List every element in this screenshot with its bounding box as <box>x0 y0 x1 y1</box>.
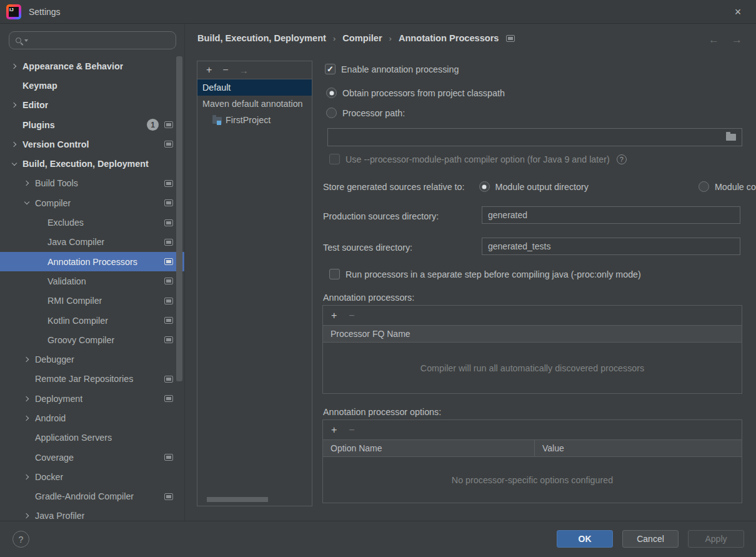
chevron-right-icon[interactable] <box>10 62 19 71</box>
breadcrumb-separator: › <box>382 34 399 43</box>
add-option-icon[interactable]: + <box>331 424 337 436</box>
ok-button[interactable]: OK <box>557 530 613 548</box>
sidebar-item-label: Excludes <box>47 218 84 228</box>
row-indicators <box>164 258 173 265</box>
sidebar-item-excludes[interactable]: Excludes <box>0 213 184 232</box>
sidebar-item-java-profiler[interactable]: Java Profiler <box>0 506 184 521</box>
back-arrow-icon[interactable]: ← <box>709 34 719 46</box>
sidebar-item-annotation-processors[interactable]: Annotation Processors <box>0 252 184 271</box>
sidebar-item-label: Editor <box>22 100 48 110</box>
module-folder-icon <box>212 117 222 124</box>
sidebar-item-label: Keymap <box>22 81 57 91</box>
sidebar-item-build-tools[interactable]: Build Tools <box>0 174 184 193</box>
profile-item-label: Maven default annotation <box>202 99 303 109</box>
sidebar-item-debugger[interactable]: Debugger <box>0 349 184 369</box>
apply-button[interactable]: Apply <box>688 530 744 548</box>
sidebar-scrollbar[interactable] <box>176 56 182 381</box>
row-indicators: 1 <box>147 119 173 131</box>
production-sources-label: Production sources directory: <box>323 211 439 221</box>
sidebar-item-label: Docker <box>35 472 63 482</box>
sidebar-item-coverage[interactable]: Coverage <box>0 448 184 467</box>
sidebar-item-remote-jar-repositories[interactable]: Remote Jar Repositories <box>0 369 184 389</box>
sidebar-item-version-control[interactable]: Version Control <box>0 134 184 154</box>
chevron-down-icon[interactable] <box>10 159 19 168</box>
breadcrumb-item[interactable]: Build, Execution, Deployment <box>197 33 326 43</box>
remove-option-icon[interactable]: − <box>349 424 354 436</box>
value-column-header[interactable]: Value <box>535 440 564 456</box>
sidebar-item-appearance-behavior[interactable]: Appearance & Behavior <box>0 56 184 76</box>
chevron-right-icon[interactable] <box>22 511 31 520</box>
profile-item-firstproject[interactable]: FirstProject <box>197 112 312 128</box>
sidebar-item-rmi-compiler[interactable]: RMI Compiler <box>0 291 184 311</box>
option-name-column-header[interactable]: Option Name <box>323 440 535 456</box>
sidebar-item-label: Plugins <box>22 120 55 130</box>
close-icon[interactable]: × <box>730 4 746 20</box>
sidebar-item-plugins[interactable]: Plugins1 <box>0 115 184 134</box>
add-profile-icon[interactable]: + <box>206 64 212 76</box>
chevron-right-icon[interactable] <box>22 179 31 188</box>
add-processor-icon[interactable]: + <box>331 310 337 321</box>
remove-processor-icon[interactable]: − <box>349 310 354 321</box>
row-indicators <box>164 395 173 402</box>
chevron-right-icon[interactable] <box>10 101 19 109</box>
sidebar-item-label: Version Control <box>22 139 89 149</box>
sidebar-item-editor[interactable]: Editor <box>0 96 184 115</box>
move-profile-icon[interactable]: → <box>239 65 249 76</box>
chevron-right-icon[interactable] <box>22 355 31 364</box>
sidebar-item-kotlin-compiler[interactable]: Kotlin Compiler <box>0 311 184 330</box>
test-sources-input[interactable]: generated_tests <box>482 238 740 255</box>
processor-path-input[interactable] <box>327 128 742 146</box>
row-indicators <box>164 239 173 246</box>
profiles-horizontal-scrollbar[interactable] <box>207 497 268 502</box>
module-content-root-radio[interactable] <box>699 181 709 192</box>
sidebar-item-application-servers[interactable]: Application Servers <box>0 428 184 448</box>
breadcrumb-item[interactable]: Compiler <box>342 33 382 43</box>
module-output-directory-label: Module output directory <box>495 182 589 192</box>
forward-arrow-icon[interactable]: → <box>732 34 742 46</box>
sidebar-item-android[interactable]: Android <box>0 408 184 428</box>
module-output-directory-radio[interactable] <box>479 181 490 192</box>
help-button[interactable]: ? <box>12 531 29 548</box>
search-history-caret-icon[interactable] <box>24 39 28 42</box>
module-path-option-row: Use --processor-module-path compiler opt… <box>329 154 627 164</box>
processors-toolbar: + − <box>323 306 742 325</box>
module-path-option-checkbox[interactable] <box>329 154 340 164</box>
chevron-right-icon[interactable] <box>10 140 19 149</box>
profile-item-default[interactable]: Default <box>197 79 312 96</box>
sidebar-item-keymap[interactable]: Keymap <box>0 76 184 95</box>
chevron-right-icon[interactable] <box>22 473 31 481</box>
chevron-down-icon[interactable] <box>22 199 31 208</box>
run-separate-step-row: Run processors in a separate step before… <box>329 269 641 279</box>
processor-fq-name-column-header[interactable]: Processor FQ Name <box>323 326 410 342</box>
cancel-button[interactable]: Cancel <box>622 530 679 548</box>
browse-folder-icon[interactable] <box>726 134 736 141</box>
help-question-icon[interactable]: ? <box>617 154 627 164</box>
profile-item-maven-default-annotation[interactable]: Maven default annotation <box>197 96 312 112</box>
sidebar-item-gradle-android-compiler[interactable]: Gradle-Android Compiler <box>0 487 184 506</box>
sidebar-item-compiler[interactable]: Compiler <box>0 193 184 213</box>
enable-annotation-processing-checkbox[interactable]: ✓ <box>325 64 336 74</box>
breadcrumb-item[interactable]: Annotation Processors <box>399 33 499 43</box>
production-sources-input[interactable]: generated <box>482 206 740 224</box>
processor-path-radio[interactable] <box>326 108 337 118</box>
search-input[interactable] <box>30 36 176 45</box>
row-indicators <box>164 376 173 383</box>
sidebar-item-label: Java Profiler <box>35 511 84 521</box>
row-indicators <box>164 493 173 500</box>
chevron-right-icon[interactable] <box>22 414 31 423</box>
sidebar-item-java-compiler[interactable]: Java Compiler <box>0 233 184 252</box>
chevron-right-icon[interactable] <box>22 394 31 403</box>
sidebar-item-docker[interactable]: Docker <box>0 467 184 486</box>
sidebar-item-groovy-compiler[interactable]: Groovy Compiler <box>0 330 184 349</box>
sidebar-item-validation[interactable]: Validation <box>0 271 184 291</box>
obtain-processors-radio[interactable] <box>326 88 337 98</box>
run-separate-step-checkbox[interactable] <box>329 269 340 279</box>
sidebar-item-deployment[interactable]: Deployment <box>0 389 184 408</box>
history-navigation: ← → <box>709 34 742 46</box>
plugins-update-badge: 1 <box>147 119 159 131</box>
sidebar-item-build-execution-deployment[interactable]: Build, Execution, Deployment <box>0 154 184 173</box>
settings-search-box[interactable] <box>9 31 176 49</box>
settings-indicator-icon <box>164 376 173 383</box>
remove-profile-icon[interactable]: − <box>222 64 228 76</box>
settings-indicator-icon <box>164 454 173 461</box>
